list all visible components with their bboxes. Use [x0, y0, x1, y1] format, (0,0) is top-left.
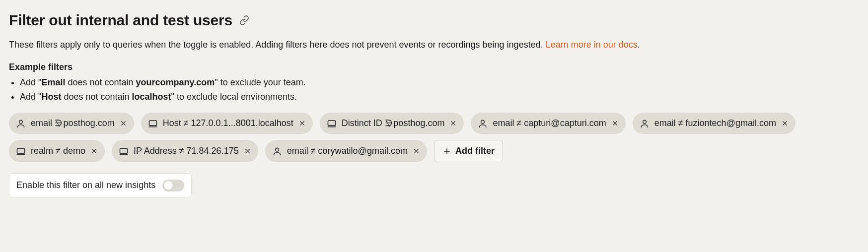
description: These filters apply only to queries when…	[9, 38, 859, 52]
filter-chip-label: email ≠ capturi@capturi.com	[493, 117, 606, 130]
filter-chip[interactable]: email ≠ fuziontech@gmail.com	[633, 113, 796, 134]
example-bold: yourcompany.com	[136, 77, 215, 87]
example-bold: Host	[41, 92, 61, 102]
person-icon	[16, 119, 26, 128]
description-text: These filters apply only to queries when…	[9, 40, 546, 50]
device-icon	[327, 119, 337, 128]
enable-filter-toggle[interactable]	[162, 180, 184, 191]
description-period: .	[638, 40, 640, 50]
filter-chip[interactable]: realm ≠ demo	[9, 140, 105, 162]
svg-rect-7	[328, 121, 335, 126]
person-icon	[478, 119, 488, 128]
svg-rect-3	[149, 121, 156, 126]
anchor-link-icon[interactable]	[239, 15, 249, 25]
filter-chip[interactable]: Distinct ID posthog.com	[320, 113, 464, 134]
filter-chip[interactable]: email ≠ corywatilo@gmail.com	[265, 140, 427, 162]
add-filter-button[interactable]: Add filter	[434, 140, 503, 162]
enable-filter-card: Enable this filter on all new insights	[9, 173, 192, 197]
svg-point-25	[275, 148, 279, 151]
example-pre: Add "	[20, 77, 41, 87]
example-bold: Email	[41, 77, 65, 87]
person-icon	[640, 119, 650, 128]
page-title: Filter out internal and test users	[9, 9, 232, 31]
remove-filter-button[interactable]	[298, 120, 306, 127]
example-item: Add "Email does not contain yourcompany.…	[20, 76, 859, 89]
example-post: " to exclude local environments.	[171, 92, 297, 102]
remove-filter-button[interactable]	[244, 147, 251, 155]
example-pre: Add "	[20, 92, 41, 102]
example-mid: does not contain	[61, 92, 132, 102]
filter-chip[interactable]: Host ≠ 127.0.0.1...8001,localhost	[141, 113, 313, 134]
example-bold: localhost	[132, 92, 171, 102]
examples-heading: Example filters	[9, 61, 859, 74]
remove-filter-button[interactable]	[449, 120, 457, 127]
svg-point-14	[643, 120, 646, 124]
device-icon	[16, 146, 26, 156]
filter-chip[interactable]: IP Address ≠ 71.84.26.175	[112, 140, 258, 162]
device-icon	[119, 146, 129, 156]
filter-chip-label: email ≠ fuziontech@gmail.com	[654, 117, 776, 130]
remove-filter-button[interactable]	[120, 120, 127, 127]
example-post: " to exclude your team.	[215, 77, 305, 87]
filter-chip[interactable]: email ≠ capturi@capturi.com	[471, 113, 625, 134]
svg-rect-21	[120, 148, 127, 153]
example-mid: does not contain	[65, 77, 136, 87]
filter-chip-label: Distinct ID posthog.com	[342, 117, 445, 130]
remove-filter-button[interactable]	[611, 120, 619, 127]
person-icon	[272, 146, 282, 156]
svg-rect-17	[17, 148, 25, 153]
filter-chip-label: realm ≠ demo	[31, 144, 85, 158]
filter-chip-label: email ≠ corywatilo@gmail.com	[287, 144, 408, 158]
add-filter-label: Add filter	[455, 144, 495, 158]
examples-list: Add "Email does not contain yourcompany.…	[9, 76, 859, 104]
example-item: Add "Host does not contain localhost" to…	[20, 90, 859, 104]
svg-point-0	[19, 120, 23, 124]
remove-filter-button[interactable]	[781, 120, 789, 127]
remove-filter-button[interactable]	[90, 147, 98, 155]
filter-chip-label: IP Address ≠ 71.84.26.175	[134, 144, 239, 158]
enable-filter-label: Enable this filter on all new insights	[16, 179, 155, 192]
remove-filter-button[interactable]	[413, 147, 420, 155]
filter-chip[interactable]: email posthog.com	[9, 113, 134, 134]
device-icon	[148, 119, 158, 128]
plus-icon	[442, 147, 451, 156]
svg-point-11	[481, 120, 485, 124]
learn-more-link[interactable]: Learn more in our docs	[546, 40, 638, 50]
filter-chip-label: email posthog.com	[31, 117, 115, 130]
filter-chip-label: Host ≠ 127.0.0.1...8001,localhost	[163, 117, 293, 130]
filter-chip-row: email posthog.comHost ≠ 127.0.0.1...8001…	[9, 113, 859, 162]
